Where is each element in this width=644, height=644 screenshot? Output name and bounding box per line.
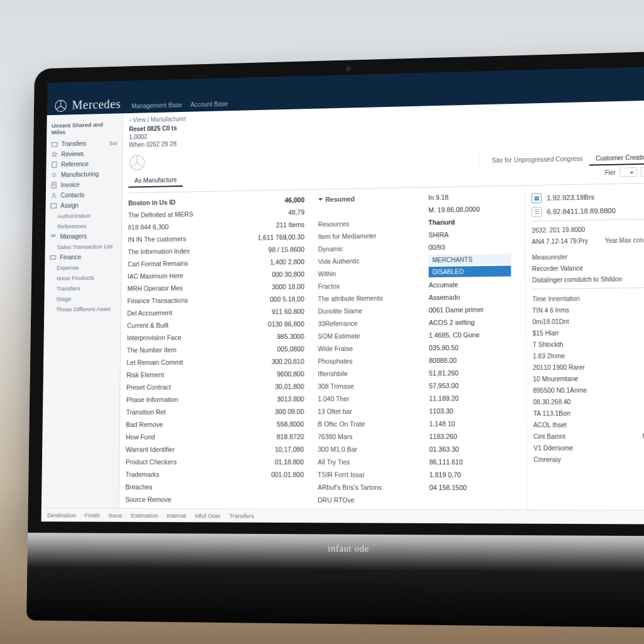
table-row: DRU RTOve: [318, 494, 416, 507]
table-row: 985.3000: [235, 330, 304, 343]
brand-name: Mercedes: [72, 97, 121, 112]
brand: Mercedes: [54, 97, 121, 113]
table-row: MRH Operator Mes: [127, 281, 221, 294]
table-row: 300 M1,0.Bar: [318, 443, 415, 455]
tab-unprogressed[interactable]: Site for Unprogressed Congress: [486, 153, 589, 168]
table-row: 001.01.800: [234, 468, 304, 480]
table-row: Bad Remove: [126, 418, 221, 431]
right-table-header: Time Innentation: [532, 294, 644, 303]
table-row: 0061 Dame primer: [429, 303, 511, 316]
foot-destination[interactable]: Destination: [47, 511, 76, 518]
right-table-row: Cmrensiy: [533, 454, 644, 466]
svg-point-5: [53, 193, 55, 196]
header-tab-account[interactable]: Account Base: [191, 101, 228, 108]
content-tabs-left: As Manufacture: [128, 174, 183, 188]
right-table-row: V1 Ddersome: [533, 443, 644, 455]
foot-issue[interactable]: Issue: [109, 512, 123, 519]
header-tabs: Management Base Account Base: [131, 101, 228, 109]
table-row: Current & Built: [127, 318, 221, 331]
foot-mhd[interactable]: Mhd Over: [195, 512, 221, 519]
sidebar-item-authorization[interactable]: Authorization: [49, 210, 118, 221]
table-row: Source Remove: [125, 493, 221, 506]
table-row: 1,611 769,00.30: [235, 231, 304, 244]
foot-finish[interactable]: Finish: [84, 512, 100, 519]
user-icon: [50, 192, 57, 199]
table-row: 30,01,800: [235, 380, 304, 392]
table-row: 300 09.00: [235, 405, 304, 418]
sidebar-item-transfers-2[interactable]: Transfers: [48, 282, 117, 294]
right-table-row: ACOL thset: [533, 419, 644, 431]
table-row: Breaches: [125, 480, 221, 493]
table-row: IAC Maximum Here: [128, 269, 222, 283]
col-values-2: In 9.18 M. 19.86,08,0000 Thanurd SHIRA 0…: [428, 190, 513, 525]
sidebar-item-managers[interactable]: Managers: [48, 231, 118, 242]
sidebar-item-sales-transaction[interactable]: Sales Transaction List: [48, 241, 118, 252]
table-row: 1.4685. C0 Gone: [429, 328, 511, 341]
table-row: The Information Index: [128, 244, 222, 258]
stat-primary: ▦1.92.923.18Brs: [531, 191, 644, 204]
right-table-row: 20110 1900 Rarer: [533, 362, 644, 374]
right-table-row: Cint BamntMec 1: [533, 431, 644, 443]
right-table-row: T Shtockth10: [533, 338, 644, 351]
table-row: 3000 18,00: [235, 280, 304, 294]
foot-estimation[interactable]: Estimation: [131, 512, 158, 519]
table-row: 005,0800: [235, 343, 304, 356]
table-row: B Oftic On Trate: [318, 418, 415, 430]
right-table-row: 1.83 2Inme0: [533, 350, 644, 362]
chip-disabled[interactable]: DISABLED: [428, 265, 511, 277]
tab-customer-creation[interactable]: Customer Creation: [589, 151, 644, 165]
folder-icon: [51, 141, 58, 148]
filter-label: Fier: [604, 169, 616, 176]
table-row: Risk Element: [126, 368, 221, 381]
gear-icon: [51, 172, 58, 179]
filter-select-2[interactable]: [641, 167, 644, 177]
sidebar-item-references[interactable]: References: [49, 220, 118, 231]
table-row: All Try Ties: [318, 455, 415, 468]
sidebar-item-stage[interactable]: Stage: [48, 293, 117, 304]
table-row: 308 Trimase: [318, 379, 415, 392]
stat-secondary: ☰6.92.8411.18.89.8800: [531, 205, 644, 217]
table-row: 300.20,810: [235, 355, 304, 369]
svg-point-7: [51, 235, 53, 237]
sidebar-item-contacts[interactable]: Contacts: [49, 189, 118, 201]
right-table-row: TIN 4 6 Inms20: [532, 304, 644, 316]
sidebar-item-assign[interactable]: Assign: [49, 199, 118, 211]
chip-merchants[interactable]: MERCHANTS: [428, 253, 511, 265]
table-row: Ifterishbile: [318, 367, 415, 380]
sidebar-item-diff-asset[interactable]: Those Different Asset: [48, 303, 117, 314]
table-row: 0130 86,800: [235, 318, 304, 331]
tab-manufacture[interactable]: As Manufacture: [128, 174, 183, 188]
right-section-header: Measurester: [532, 252, 644, 261]
data-columns: Boston in Us ID The Definited at MERS 81…: [125, 187, 644, 524]
table-row: Let Remain Commit: [126, 355, 221, 369]
table-row: Within: [318, 266, 415, 280]
foot-internal[interactable]: Internal: [167, 512, 186, 519]
svg-point-3: [52, 174, 55, 177]
table-row: Carl Format Remains: [128, 257, 222, 270]
users-icon: [50, 233, 57, 240]
mercedes-logo-icon: [54, 99, 67, 113]
filter-select-1[interactable]: [619, 167, 637, 177]
sidebar-item-issue-products[interactable]: Issue Products: [48, 272, 118, 284]
table-row: TSIR Forrt Issar: [318, 468, 415, 480]
table-row: 1,400 2,800: [235, 255, 304, 269]
right-table-row: 0mi18.01Dnt: [533, 315, 644, 328]
table-row: 1.040 Ther: [318, 392, 415, 405]
assign-icon: [50, 203, 57, 209]
table-row: 818 844 6,300: [128, 219, 222, 233]
right-table-row: $15 Hlarr: [533, 327, 644, 340]
foot-transfers[interactable]: Transfers: [230, 513, 254, 519]
sidebar-item-expense[interactable]: Expense: [48, 262, 118, 273]
table-row: Assemado: [429, 291, 511, 304]
right-panel: ▦1.92.923.18Brs ☰6.92.8411.18.89.8800 26…: [525, 187, 644, 524]
table-row: Product Checkers: [126, 455, 221, 468]
header-tab-management[interactable]: Management Base: [131, 102, 182, 110]
table-row: 01.363.30: [430, 443, 513, 455]
sidebar-item-finance[interactable]: Finance: [48, 252, 118, 263]
table-row: 86,111.610: [430, 455, 513, 468]
table-row: 558,8000: [235, 418, 304, 430]
table-row: 911 60.800: [235, 305, 304, 318]
right-table-row: TA 113.1Borr7208: [533, 408, 644, 419]
inline-logo: [128, 154, 145, 172]
svg-rect-1: [52, 143, 57, 147]
